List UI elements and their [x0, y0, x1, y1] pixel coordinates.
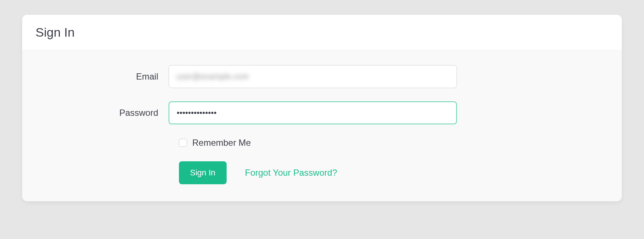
password-label: Password: [35, 108, 169, 118]
email-control-wrap: user@example.com: [169, 65, 457, 88]
remember-label[interactable]: Remember Me: [192, 138, 251, 148]
sign-in-button[interactable]: Sign In: [179, 161, 227, 184]
password-field[interactable]: [169, 101, 457, 124]
remember-checkbox[interactable]: [179, 139, 187, 147]
email-field[interactable]: user@example.com: [169, 65, 457, 88]
page-title: Sign In: [35, 25, 609, 40]
remember-checkbox-wrap[interactable]: Remember Me: [179, 138, 251, 148]
password-row: Password: [35, 101, 609, 124]
card-header: Sign In: [22, 15, 622, 50]
remember-row: Remember Me: [35, 138, 609, 148]
email-blurred-value: user@example.com: [176, 72, 249, 81]
password-control-wrap: [169, 101, 457, 124]
sign-in-card: Sign In Email user@example.com Password …: [22, 15, 622, 201]
card-body: Email user@example.com Password Remember…: [22, 50, 622, 201]
email-label: Email: [35, 71, 169, 82]
forgot-password-link[interactable]: Forgot Your Password?: [245, 168, 337, 178]
email-row: Email user@example.com: [35, 65, 609, 88]
actions-row: Sign In Forgot Your Password?: [35, 161, 609, 184]
